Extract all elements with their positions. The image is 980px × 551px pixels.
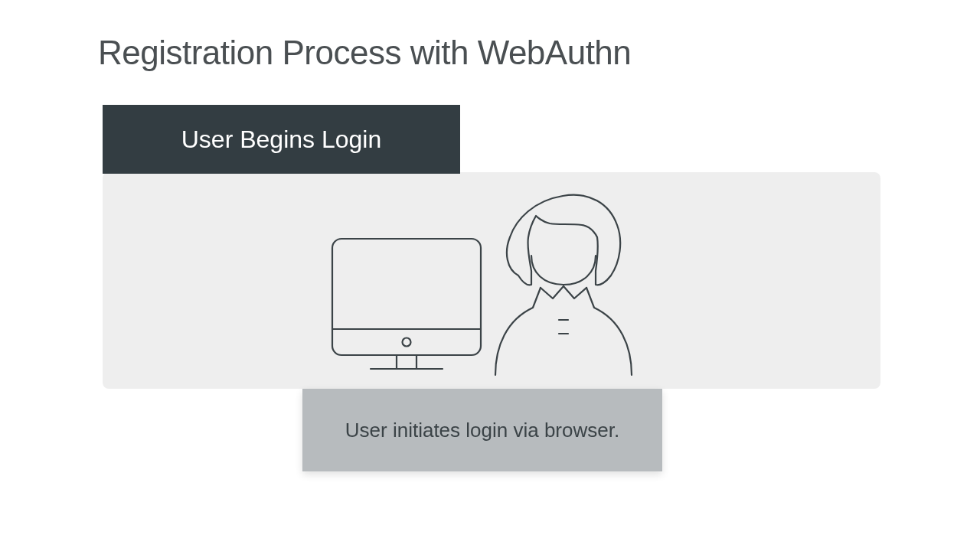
step-banner-label: User Begins Login bbox=[181, 126, 381, 154]
illustration-group bbox=[329, 185, 635, 378]
caption-text: User initiates login via browser. bbox=[345, 419, 619, 442]
svg-point-2 bbox=[403, 338, 411, 347]
step-banner: User Begins Login bbox=[103, 105, 460, 174]
illustration-svg bbox=[329, 185, 635, 378]
caption-box: User initiates login via browser. bbox=[302, 389, 662, 471]
page-title: Registration Process with WebAuthn bbox=[98, 34, 631, 72]
monitor-icon bbox=[332, 239, 481, 369]
user-icon bbox=[495, 195, 632, 375]
